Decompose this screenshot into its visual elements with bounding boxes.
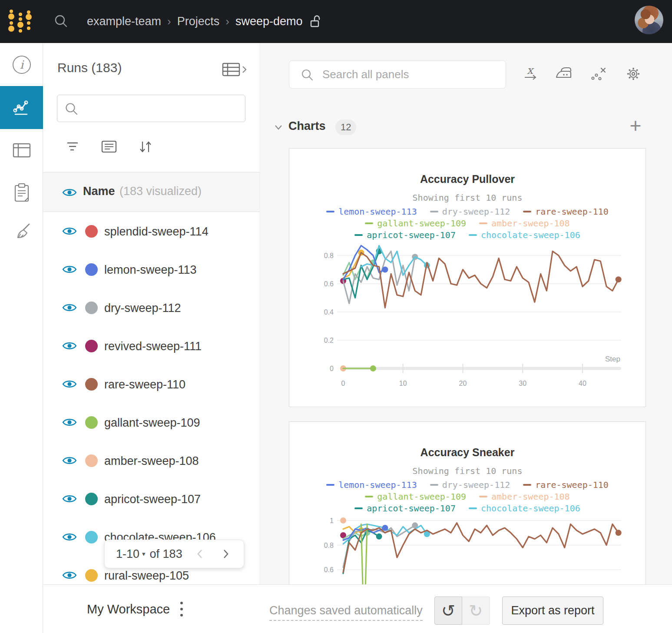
logo-dot — [27, 27, 30, 30]
svg-text:x: x — [527, 64, 534, 76]
outlier-points-icon[interactable] — [589, 64, 608, 83]
x-tick-label: 0 — [341, 380, 345, 387]
visibility-all-eye-icon[interactable] — [62, 187, 77, 198]
series-end-dot-gallant-sweep-109 — [370, 365, 376, 371]
autosave-status[interactable]: Changes saved automatically — [269, 604, 423, 621]
smoothing-iron-icon[interactable] — [554, 64, 573, 83]
add-panel-icon[interactable]: + — [627, 116, 644, 136]
logo-dot — [8, 26, 14, 32]
run-visibility-eye-icon[interactable] — [62, 532, 77, 542]
export-as-report-button[interactable]: Export as report — [502, 597, 603, 625]
group-icon[interactable] — [100, 138, 118, 156]
workspace-name: My Workspace — [87, 602, 170, 616]
run-color-dot — [85, 569, 98, 582]
x-axis-settings-icon[interactable]: x — [522, 64, 541, 83]
run-name[interactable]: rural-sweep-105 — [104, 569, 189, 583]
charts-count-badge: 12 — [335, 119, 356, 135]
run-name[interactable]: apricot-sweep-107 — [104, 493, 201, 506]
run-color-dot — [85, 225, 98, 238]
run-visibility-eye-icon[interactable] — [62, 379, 77, 389]
y-tick-label: 0.8 — [324, 542, 334, 549]
tab-sweeps-broom[interactable] — [0, 210, 43, 253]
name-column-header: Name — [83, 185, 115, 198]
run-visibility-eye-icon[interactable] — [62, 570, 77, 580]
runs-name-header-row: Name (183 visualized) — [43, 172, 260, 212]
tab-notes[interactable] — [0, 171, 43, 214]
pagination-range-dropdown[interactable]: 1-10 — [116, 547, 139, 561]
run-name[interactable]: dry-sweep-112 — [104, 302, 181, 315]
unlock-icon[interactable] — [309, 14, 324, 30]
series-end-dot-lemon-sweep-113 — [382, 525, 388, 531]
global-search-icon[interactable] — [53, 13, 70, 30]
run-row: apricot-sweep-107 — [43, 480, 260, 518]
breadcrumb-separator: › — [225, 15, 229, 28]
run-row: splendid-sweep-114 — [43, 212, 260, 250]
run-color-dot — [85, 531, 98, 544]
run-visibility-eye-icon[interactable] — [62, 226, 77, 236]
logo-dot — [26, 14, 32, 20]
tab-charts-workspace[interactable] — [0, 86, 43, 129]
undo-button[interactable]: ↺ — [434, 597, 462, 625]
top-bar: example-team › Projects › sweep-demo — [0, 0, 672, 43]
sort-icon[interactable] — [137, 138, 154, 156]
run-visibility-eye-icon[interactable] — [62, 417, 77, 428]
y-tick-label: 0.8 — [324, 252, 334, 259]
run-visibility-eye-icon[interactable] — [62, 455, 77, 466]
runs-panel-title: Runs (183) — [57, 60, 122, 75]
run-name[interactable]: revived-sweep-111 — [104, 340, 202, 353]
settings-gear-icon[interactable] — [624, 64, 643, 83]
series-end-dot-lemon-sweep-113 — [382, 267, 388, 273]
pagination-prev-icon[interactable] — [193, 547, 208, 561]
wandb-logo-icon[interactable] — [4, 2, 43, 41]
pagination-next-icon[interactable] — [218, 547, 233, 561]
run-color-dot — [85, 263, 98, 276]
chart-panel[interactable]: Accuracy PulloverShowing first 10 runsle… — [289, 148, 646, 407]
pagination-dropdown-arrow-icon[interactable]: ▾ — [142, 550, 146, 558]
breadcrumb: example-team › Projects › sweep-demo — [87, 0, 324, 43]
run-name[interactable]: lemon-sweep-113 — [104, 263, 197, 277]
run-color-dot — [85, 416, 98, 429]
breadcrumb-projects[interactable]: Projects — [177, 15, 220, 28]
expand-runs-table-icon[interactable] — [222, 62, 248, 78]
run-visibility-eye-icon[interactable] — [62, 341, 77, 351]
run-name[interactable]: amber-sweep-108 — [104, 454, 199, 468]
logo-dot — [19, 17, 22, 21]
workspace-menu-kebab-icon[interactable] — [177, 599, 186, 620]
x-tick-label: 30 — [519, 380, 526, 387]
y-tick-label: 1 — [330, 517, 334, 524]
run-color-dot — [85, 493, 98, 505]
run-name[interactable]: gallant-sweep-109 — [104, 416, 200, 430]
chart-plot: 00.20.40.60.8010203040Step — [289, 149, 646, 408]
info-icon[interactable]: i — [0, 43, 43, 86]
run-name[interactable]: rare-sweep-110 — [104, 378, 185, 391]
logo-dot — [27, 10, 30, 14]
breadcrumb-separator: › — [167, 15, 171, 28]
breadcrumb-project[interactable]: sweep-demo — [235, 15, 303, 28]
run-color-dot — [85, 454, 98, 467]
run-visibility-eye-icon[interactable] — [62, 264, 77, 275]
visualized-count: (183 visualized) — [119, 185, 202, 198]
logo-dot — [19, 29, 22, 33]
filter-icon[interactable] — [65, 138, 82, 156]
user-avatar[interactable] — [635, 6, 663, 34]
run-row: rare-sweep-110 — [43, 365, 260, 403]
runs-search-input[interactable] — [83, 97, 240, 120]
logo-dot — [19, 13, 22, 16]
x-axis-baseline[interactable] — [342, 367, 621, 370]
tab-runs-table[interactable] — [0, 129, 43, 172]
run-visibility-eye-icon[interactable] — [62, 302, 77, 313]
runs-pagination: 1-10 ▾ of 183 — [104, 540, 244, 568]
breadcrumb-team[interactable]: example-team — [87, 15, 161, 28]
run-row: dry-sweep-112 — [43, 288, 260, 327]
panel-search-input[interactable] — [322, 63, 496, 86]
redo-button[interactable]: ↻ — [462, 597, 490, 625]
run-name[interactable]: splendid-sweep-114 — [104, 225, 209, 239]
run-visibility-eye-icon[interactable] — [62, 494, 77, 504]
run-color-dot — [85, 340, 98, 352]
run-row: amber-sweep-108 — [43, 441, 260, 480]
charts-section-label: Charts — [288, 119, 326, 133]
logo-dot — [10, 21, 13, 25]
series-end-dot-rare-sweep-110 — [616, 530, 622, 536]
charts-section-collapse-icon[interactable] — [273, 122, 284, 133]
run-color-dot — [85, 378, 98, 391]
